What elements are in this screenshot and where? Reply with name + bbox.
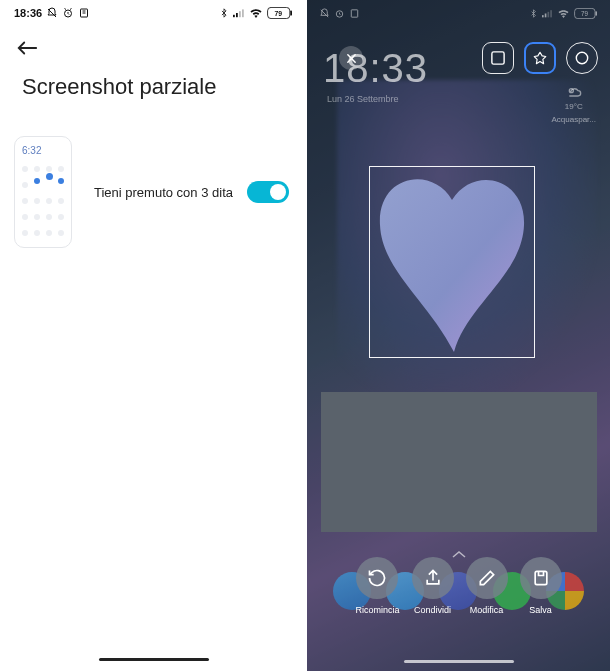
weather-temp: 19°C <box>552 102 596 111</box>
nav-indicator[interactable] <box>99 658 209 661</box>
svg-rect-18 <box>595 11 597 16</box>
svg-rect-14 <box>545 13 547 17</box>
gesture-thumbnail: 6:32 <box>14 136 72 248</box>
svg-text:79: 79 <box>581 9 588 16</box>
wifi-icon <box>557 9 570 18</box>
freeform-tool[interactable] <box>524 42 556 74</box>
note-icon <box>349 8 360 19</box>
alarm-icon <box>62 7 74 19</box>
action-row: Ricomincia Condividi Modifica Salva <box>307 557 610 615</box>
status-bar: 18:36 <box>0 0 307 26</box>
action-label: Salva <box>529 605 552 615</box>
action-label: Modifica <box>470 605 504 615</box>
restart-button[interactable]: Ricomincia <box>355 557 399 615</box>
svg-rect-6 <box>242 9 244 17</box>
weather-widget: 19°C Acquaspar... <box>552 84 596 124</box>
bluetooth-icon <box>219 7 229 19</box>
lock-date: Lun 26 Settembre <box>327 94 399 104</box>
svg-rect-4 <box>236 13 238 17</box>
svg-rect-23 <box>535 571 547 584</box>
gesture-toggle[interactable] <box>247 181 289 203</box>
svg-rect-16 <box>550 10 552 17</box>
signal-icon <box>233 8 245 18</box>
svg-rect-13 <box>542 15 544 17</box>
svg-point-22 <box>576 52 587 63</box>
share-button[interactable]: Condividi <box>412 557 454 615</box>
dnd-off-icon <box>46 7 58 19</box>
nav-indicator[interactable] <box>404 660 514 663</box>
screenshot-editor-screen: 79 18:33 Lun 26 Settembre 19°C Acquaspar… <box>307 0 610 671</box>
circle-tool[interactable] <box>566 42 598 74</box>
svg-rect-5 <box>239 11 241 17</box>
svg-text:79: 79 <box>274 10 282 17</box>
svg-rect-21 <box>492 52 504 64</box>
bluetooth-icon <box>529 8 538 19</box>
page-title: Screenshot parziale <box>0 56 307 120</box>
gesture-label: Tieni premuto con 3 dita <box>94 185 233 200</box>
action-label: Ricomincia <box>355 605 399 615</box>
settings-screen: 18:36 <box>0 0 307 671</box>
close-button[interactable] <box>339 46 363 70</box>
status-bar: 79 <box>307 0 610 26</box>
back-button[interactable] <box>0 26 307 56</box>
alarm-icon <box>334 8 345 19</box>
thumb-time: 6:32 <box>20 143 66 160</box>
svg-rect-8 <box>290 10 292 15</box>
svg-rect-12 <box>351 9 357 16</box>
weather-location: Acquaspar... <box>552 115 596 124</box>
battery-icon: 79 <box>267 7 293 19</box>
edit-button[interactable]: Modifica <box>466 557 508 615</box>
dnd-off-icon <box>319 8 330 19</box>
preview-panel <box>321 392 597 532</box>
wifi-icon <box>249 8 263 18</box>
save-button[interactable]: Salva <box>520 557 562 615</box>
note-icon <box>78 7 90 19</box>
shape-tools <box>482 42 598 74</box>
svg-rect-3 <box>233 15 235 17</box>
action-label: Condividi <box>414 605 451 615</box>
status-time: 18:36 <box>14 7 42 19</box>
selection-bounds[interactable] <box>369 166 535 358</box>
battery-icon: 79 <box>574 8 598 19</box>
signal-icon <box>542 9 553 18</box>
rectangle-tool[interactable] <box>482 42 514 74</box>
svg-rect-15 <box>548 11 550 17</box>
